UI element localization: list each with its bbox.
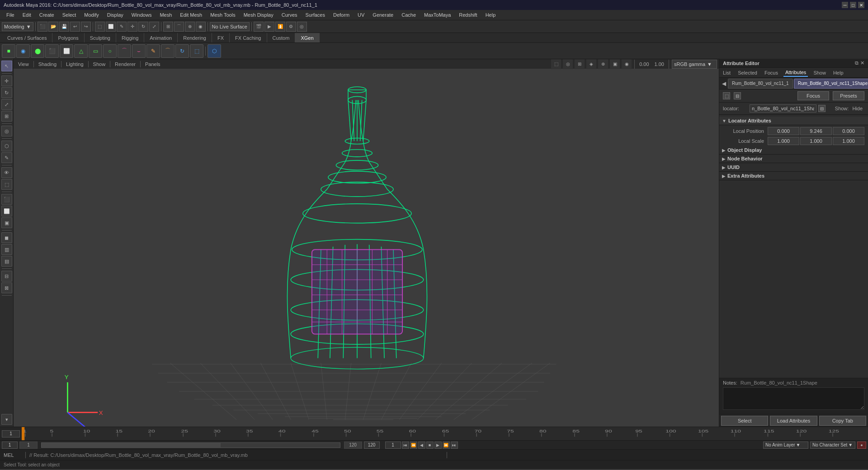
menu-file[interactable]: File [3,11,18,19]
vt-panels[interactable]: Panels [142,61,163,67]
tb-hypershade[interactable]: ◎ [297,22,307,32]
presets-button[interactable]: Presets [833,91,864,100]
node-tab-2[interactable]: Rum_Bottle_80_vol_nc11_1Shape [794,79,868,89]
attr-tab-help[interactable]: Help [831,69,845,76]
attr-panel-close-btn[interactable]: ✕ [860,60,864,66]
menu-generate[interactable]: Generate [369,11,397,19]
scale-tool-btn[interactable]: ⤢ [1,99,12,110]
tb-snap-grid[interactable]: ⊞ [163,22,173,32]
tb-select[interactable]: ⬚ [95,22,105,32]
vt-shading[interactable]: Shading [36,61,59,67]
menu-surfaces[interactable]: Surfaces [302,11,329,19]
menu-mesh-display[interactable]: Mesh Display [240,11,277,19]
play-back-btn[interactable]: ◀ [418,442,425,449]
tb-undo[interactable]: ↩ [70,22,80,32]
attr-tab-focus[interactable]: Focus [763,69,780,76]
menu-modify[interactable]: Modify [80,11,102,19]
vt-icon6[interactable]: ▣ [610,59,620,69]
node-tab-1[interactable]: Rum_Bottle_80_vol_nc11_1 [728,79,793,89]
render-btn[interactable]: ⬛ [1,194,12,205]
local-scale-x[interactable]: 1.000 [768,137,799,145]
title-bar-controls[interactable]: ─ □ ✕ [842,2,864,8]
shelf-tab-animation[interactable]: Animation [144,33,178,42]
minimize-button[interactable]: ─ [842,2,848,8]
go-to-start-btn[interactable]: ⏮ [402,442,409,449]
menu-edit[interactable]: Edit [19,11,35,19]
maximize-button[interactable]: □ [850,2,856,8]
object-display-section[interactable]: ▶ Object Display [719,146,868,155]
anim3-btn[interactable]: ▤ [1,256,12,267]
locator-input[interactable] [750,104,816,113]
go-to-end-btn[interactable]: ⏭ [451,442,458,449]
rotate-tool-btn[interactable]: ↻ [1,87,12,98]
tb-open[interactable]: 📂 [48,22,58,32]
locator-btn[interactable]: ⊟ [818,105,826,112]
menu-create[interactable]: Create [36,11,58,19]
tb-snap-view[interactable]: ◉ [196,22,206,32]
shelf-nurbs-sphere[interactable]: ⬤ [31,44,44,58]
shelf-xgen-icon[interactable]: ⬡ [208,44,221,58]
anim-btn[interactable]: ◼ [1,232,12,243]
auto-key-btn[interactable]: ● [857,442,866,449]
transport-frame-input[interactable] [385,442,401,449]
uuid-section[interactable]: ▶ UUID [719,163,868,172]
attr-hide-label[interactable]: Hide [850,106,864,111]
shelf-tab-sculpting[interactable]: Sculpting [85,33,116,42]
shelf-arc[interactable]: ⌒ [161,44,175,58]
attr-expand-btn[interactable]: ⬚ [723,92,730,99]
shelf-nurbs-cone[interactable]: △ [74,44,88,58]
shelf-nurbs-cube[interactable]: ⬛ [45,44,59,58]
vt-renderer[interactable]: Renderer [112,61,138,67]
attr-tab-show[interactable]: Show [811,69,828,76]
attr-notes-textarea[interactable] [723,387,864,410]
move-tool-btn[interactable]: ✛ [1,75,12,86]
vt-icon3[interactable]: ⊞ [575,59,585,69]
playback-end-input[interactable] [344,442,362,449]
attr-tab-selected[interactable]: Selected [736,69,759,76]
vt-icon1[interactable]: ⬚ [551,59,561,69]
vt-icon7[interactable]: ◉ [622,59,632,69]
menu-mesh[interactable]: Mesh [156,11,175,19]
anim2-btn[interactable]: ▥ [1,244,12,255]
copy-tab-btn[interactable]: Copy Tab [819,416,866,426]
mode-dropdown[interactable]: Modeling ▼ [2,22,33,31]
tb-save[interactable]: 💾 [59,22,69,32]
attr-panel-float-btn[interactable]: ⧉ [855,60,859,66]
shelf-eye-icon[interactable]: ◉ [16,44,30,58]
shelf-loft[interactable]: ⬚ [190,44,203,58]
menu-cache[interactable]: Cache [398,11,420,19]
menu-windows[interactable]: Windows [128,11,156,19]
shelf-tab-fx-caching[interactable]: FX Caching [230,33,267,42]
character-set-dropdown[interactable]: No Character Set ▼ [810,442,855,449]
close-button[interactable]: ✕ [858,2,864,8]
shelf-nurbs-cyl[interactable]: ⬜ [60,44,73,58]
viewport[interactable]: View Shading Lighting Show Renderer Pane… [14,59,719,427]
node-behavior-section[interactable]: ▶ Node Behavior [719,155,868,163]
lasso-btn[interactable]: ⬡ [1,141,12,151]
load-attributes-btn[interactable]: Load Attributes [770,416,817,426]
focus-button[interactable]: Focus [797,91,829,100]
shelf-tab-rendering[interactable]: Rendering [178,33,212,42]
menu-maxtomaya[interactable]: MaxToMaya [420,11,454,19]
tb-move[interactable]: ✛ [127,22,137,32]
no-live-surface[interactable]: No Live Surface [210,22,250,31]
select-footer-btn[interactable]: Select [721,416,768,426]
shelf-tab-polygons[interactable]: Polygons [52,33,84,42]
extra2-btn[interactable]: ⊠ [1,282,12,293]
local-pos-y[interactable]: 9.246 [800,127,832,135]
tb-render-settings[interactable]: ⚙ [286,22,296,32]
current-frame-input[interactable] [2,430,20,437]
extra-attrs-section[interactable]: ▶ Extra Attributes [719,172,868,180]
paint-sel-btn[interactable]: ✎ [1,152,12,163]
tb-paint[interactable]: ✎ [117,22,127,32]
shelf-tab-curves[interactable]: Curves / Surfaces [2,33,52,42]
tb-render-seq[interactable]: ⏫ [275,22,285,32]
shelf-revolve[interactable]: ↻ [175,44,189,58]
manip-tool-btn[interactable]: ⊞ [1,111,12,122]
menu-uv[interactable]: UV [354,11,368,19]
shelf-pencil[interactable]: ✎ [146,44,160,58]
vt-lighting[interactable]: Lighting [63,61,86,67]
locator-section-header[interactable]: ▼ Locator Attributes [719,117,868,125]
tb-rotate[interactable]: ↻ [138,22,148,32]
local-pos-z[interactable]: 0.000 [833,127,864,135]
